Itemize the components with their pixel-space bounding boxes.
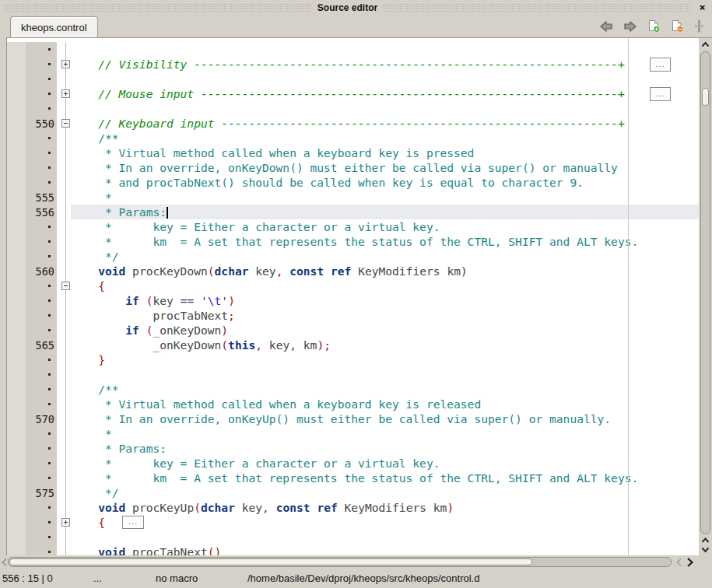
code-line[interactable]: 555 * xyxy=(7,190,699,205)
code-text[interactable]: /** xyxy=(71,131,699,145)
code-line[interactable] xyxy=(7,101,699,116)
code-line[interactable]: * Virtual method called when a keyboard … xyxy=(7,145,699,160)
code-line[interactable]: {... xyxy=(7,515,699,530)
vertical-scroll-track[interactable] xyxy=(700,51,710,534)
code-text[interactable]: // Keyboard input ----------------------… xyxy=(71,116,699,131)
split-view-icon[interactable] xyxy=(694,19,704,33)
back-arrow-icon[interactable] xyxy=(599,20,613,33)
code-viewport[interactable]: // Visibility --------------------------… xyxy=(7,38,699,555)
code-text[interactable]: _onKeyDown(this, key, km); xyxy=(71,338,699,352)
code-text[interactable]: if (_onKeyDown) xyxy=(71,323,699,338)
code-text[interactable] xyxy=(71,367,699,382)
close-icon[interactable]: × xyxy=(696,2,708,14)
code-text[interactable]: procTabNext; xyxy=(71,308,699,323)
code-text[interactable]: * and procTabNext() should be called whe… xyxy=(71,175,699,190)
gutter-macro-cell xyxy=(7,72,26,86)
horizontal-scroll-thumb[interactable] xyxy=(9,558,532,565)
code-line[interactable]: 570 * In an override, onKeyUp() must eit… xyxy=(7,411,699,426)
code-line[interactable]: /** xyxy=(7,131,699,145)
remove-document-icon[interactable] xyxy=(671,19,684,33)
code-line[interactable]: // Visibility --------------------------… xyxy=(7,57,699,72)
scroll-right-icon[interactable] xyxy=(686,558,694,567)
code-text[interactable]: {... xyxy=(71,515,699,530)
forward-arrow-icon[interactable] xyxy=(623,20,637,33)
code-line[interactable]: void procKeyUp(dchar key, const ref KeyM… xyxy=(7,500,699,515)
fold-expand-icon[interactable] xyxy=(61,60,70,68)
horizontal-scroll-track[interactable] xyxy=(8,557,672,567)
code-line[interactable]: if (_onKeyDown) xyxy=(7,323,699,338)
code-line[interactable]: * km = A set that represents the status … xyxy=(7,234,699,249)
code-text[interactable]: * xyxy=(71,190,699,205)
scroll-up-icon[interactable] xyxy=(700,536,710,545)
code-text[interactable]: * Virtual method called when a keyboard … xyxy=(71,397,699,411)
code-text[interactable]: * km = A set that represents the status … xyxy=(71,471,699,485)
code-text[interactable]: * km = A set that represents the status … xyxy=(71,234,699,249)
code-line[interactable]: /** xyxy=(7,382,699,397)
code-line[interactable]: * key = Either a character or a virtual … xyxy=(7,456,699,471)
scroll-up-icon[interactable] xyxy=(700,40,710,50)
new-document-icon[interactable] xyxy=(647,19,661,33)
collapsed-fold-box[interactable]: ... xyxy=(122,516,144,529)
code-line[interactable]: * Params: xyxy=(7,441,699,456)
code-line[interactable]: * km = A set that represents the status … xyxy=(7,471,699,485)
code-text[interactable]: // Visibility --------------------------… xyxy=(71,57,699,72)
fold-expand-icon[interactable] xyxy=(61,89,70,98)
code-line[interactable]: * xyxy=(7,426,699,441)
code-line[interactable] xyxy=(7,530,699,544)
code-line[interactable]: 575 */ xyxy=(7,485,699,500)
code-text[interactable] xyxy=(71,72,699,86)
code-text[interactable]: * Virtual method called when a keyboard … xyxy=(71,145,699,160)
code-line[interactable]: // Mouse input -------------------------… xyxy=(7,86,699,101)
code-line[interactable] xyxy=(7,367,699,382)
collapsed-fold-box[interactable]: ... xyxy=(650,87,671,101)
code-text[interactable] xyxy=(71,530,699,544)
code-line[interactable]: if (key == '\t') xyxy=(7,293,699,308)
code-text[interactable]: * Params: xyxy=(71,205,699,219)
vertical-scroll-thumb[interactable] xyxy=(702,88,709,106)
code-line[interactable]: * In an override, onKeyDown() must eithe… xyxy=(7,160,699,175)
code-line[interactable]: */ xyxy=(7,249,699,264)
title-bar[interactable]: Source editor × xyxy=(0,0,712,16)
fold-expand-icon[interactable] xyxy=(61,518,70,527)
code-text[interactable] xyxy=(71,42,699,57)
code-line[interactable]: void procTabNext() xyxy=(7,544,699,555)
code-text[interactable]: * key = Either a character or a virtual … xyxy=(71,456,699,471)
scroll-left-icon[interactable] xyxy=(675,558,683,567)
fold-collapse-icon[interactable] xyxy=(61,119,70,128)
code-text[interactable]: void procTabNext() xyxy=(71,544,699,555)
code-line[interactable] xyxy=(7,42,699,57)
code-line[interactable]: 560 void procKeyDown(dchar key, const re… xyxy=(7,264,699,278)
code-text[interactable]: } xyxy=(71,352,699,367)
code-text[interactable]: if (key == '\t') xyxy=(71,293,699,308)
code-line[interactable]: { xyxy=(7,278,699,293)
code-text[interactable]: void procKeyUp(dchar key, const ref KeyM… xyxy=(71,500,699,515)
code-text[interactable]: { xyxy=(71,278,699,293)
code-text[interactable]: /** xyxy=(71,382,699,397)
fold-collapse-icon[interactable] xyxy=(61,282,70,290)
macro-status: no macro xyxy=(156,572,198,584)
code-line[interactable]: * key = Either a character or a virtual … xyxy=(7,219,699,234)
code-line[interactable]: 550 // Keyboard input ------------------… xyxy=(7,116,699,131)
code-text[interactable]: * In an override, onKeyDown() must eithe… xyxy=(71,160,699,175)
code-line[interactable] xyxy=(7,72,699,86)
code-text[interactable]: * In an override, onKeyUp() must either … xyxy=(71,411,699,426)
code-text[interactable]: // Mouse input -------------------------… xyxy=(71,86,699,101)
code-text[interactable]: * xyxy=(71,426,699,441)
code-text[interactable] xyxy=(71,101,699,116)
code-line[interactable]: procTabNext; xyxy=(7,308,699,323)
collapsed-fold-box[interactable]: ... xyxy=(650,58,671,72)
code-line[interactable]: } xyxy=(7,352,699,367)
code-line[interactable]: * and procTabNext() should be called whe… xyxy=(7,175,699,190)
code-line[interactable]: 556 * Params: xyxy=(7,205,699,219)
scroll-down-icon[interactable] xyxy=(700,545,710,555)
code-text[interactable]: * key = Either a character or a virtual … xyxy=(71,219,699,234)
code-text[interactable]: * Params: xyxy=(71,441,699,456)
code-text[interactable]: */ xyxy=(71,485,699,500)
code-text[interactable]: */ xyxy=(71,249,699,264)
code-line[interactable]: * Virtual method called when a keyboard … xyxy=(7,397,699,411)
tab-kheops-control[interactable]: kheops.control xyxy=(10,16,98,37)
code-line[interactable]: 565 _onKeyDown(this, key, km); xyxy=(7,338,699,352)
code-text[interactable]: void procKeyDown(dchar key, const ref Ke… xyxy=(71,264,699,278)
horizontal-scrollbar[interactable] xyxy=(0,555,712,569)
vertical-scrollbar[interactable] xyxy=(699,38,712,555)
